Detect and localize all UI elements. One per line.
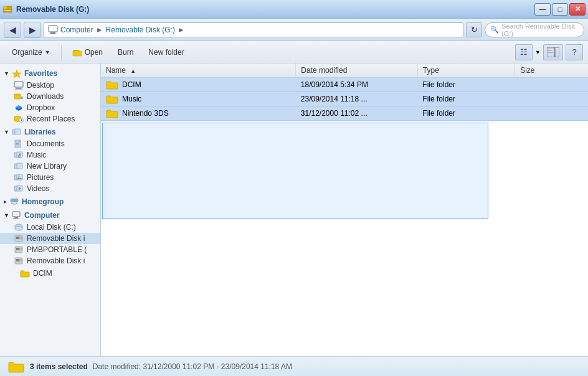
svg-point-49 — [19, 237, 22, 239]
libraries-arrow: ▼ — [4, 129, 9, 135]
svg-rect-27 — [16, 144, 19, 145]
view-button[interactable]: ☷ — [515, 44, 533, 60]
title-bar-text: Removable Disk (G:) — [16, 5, 89, 14]
homegroup-arrow: ▸ — [4, 199, 7, 205]
svg-rect-14 — [16, 88, 21, 89]
col-date[interactable]: Date modified — [296, 63, 418, 78]
recent-places-icon — [14, 115, 24, 123]
sidebar-item-music[interactable]: Music — [0, 149, 100, 161]
status-items-selected: 3 items selected — [30, 362, 88, 371]
pictures-icon — [14, 173, 24, 182]
svg-rect-24 — [15, 129, 21, 134]
documents-icon — [14, 139, 24, 148]
col-name[interactable]: Name ▲ — [101, 63, 296, 78]
sidebar-item-removable1-label: Removable Disk i — [27, 234, 85, 243]
back-button[interactable]: ◀ — [4, 22, 21, 38]
organize-label: Organize — [12, 48, 42, 57]
svg-rect-42 — [12, 212, 20, 217]
status-folder-icon — [7, 359, 25, 374]
help-button[interactable]: ? — [566, 44, 583, 60]
file-list[interactable]: Name ▲ Date modified Type Size — [101, 63, 588, 356]
open-button[interactable]: Open — [65, 44, 110, 61]
window-icon — [2, 4, 12, 14]
sidebar-item-documents[interactable]: Documents — [0, 138, 100, 149]
desktop-icon — [14, 81, 24, 90]
preview-pane-button[interactable] — [543, 44, 563, 60]
view-arrow[interactable]: ▼ — [535, 49, 541, 55]
svg-rect-43 — [14, 217, 18, 219]
table-row[interactable]: Nintendo 3DS 31/12/2000 11:02 ... File f… — [101, 106, 588, 121]
libraries-header[interactable]: ▼ Libraries — [0, 126, 100, 138]
sidebar-item-downloads[interactable]: Downloads — [0, 91, 100, 102]
music-lib-icon — [14, 151, 24, 159]
refresh-button[interactable]: ↻ — [466, 22, 482, 37]
favorites-arrow: ▼ — [4, 70, 9, 77]
favorites-label: Favorites — [24, 69, 57, 78]
libraries-label: Libraries — [24, 128, 56, 136]
file-name-cell: Nintendo 3DS — [101, 106, 296, 121]
col-type[interactable]: Type — [417, 63, 514, 78]
sidebar-item-videos[interactable]: Videos — [0, 183, 100, 194]
minimize-button[interactable]: — — [534, 3, 551, 16]
svg-rect-54 — [16, 259, 19, 261]
sidebar-item-downloads-label: Downloads — [27, 92, 64, 101]
address-path[interactable]: Computer ► Removable Disk (G:) ► — [44, 22, 463, 37]
path-computer: Computer — [60, 26, 93, 34]
maximize-button[interactable]: □ — [552, 3, 568, 16]
homegroup-icon — [9, 197, 19, 206]
sidebar-item-pictures[interactable]: Pictures — [0, 172, 100, 183]
organize-button[interactable]: Organize ▼ — [5, 44, 57, 61]
sidebar-item-pictures-label: Pictures — [27, 173, 54, 182]
status-date-range: Date modified: 31/12/2000 11:02 PM - 23/… — [93, 362, 292, 371]
sidebar-item-desktop-label: Desktop — [27, 81, 54, 90]
dropbox-icon — [14, 103, 24, 112]
svg-rect-9 — [548, 49, 554, 49]
sidebar-item-localc[interactable]: Local Disk (C:) — [0, 222, 100, 233]
sidebar-item-recent[interactable]: Recent Places — [0, 113, 100, 125]
table-row[interactable]: DCIM 18/09/2014 5:34 PM File folder — [101, 78, 588, 92]
sidebar-item-dcim[interactable]: DCIM — [0, 268, 100, 279]
homegroup-header[interactable]: ▸ Homegroup — [0, 195, 100, 208]
computer-header[interactable]: ▼ Computer — [0, 209, 100, 222]
search-box[interactable]: 🔍 Search Removable Disk (G:) — [485, 22, 584, 37]
sidebar-item-pmbportable-label: PMBPORTABLE ( — [27, 245, 87, 254]
toolbar-separator-1 — [61, 45, 62, 60]
homegroup-section: ▸ Homegroup — [0, 195, 100, 208]
sidebar-item-dropbox-label: Dropbox — [27, 103, 55, 112]
sidebar-item-desktop[interactable]: Desktop — [0, 80, 100, 91]
path-disk: Removable Disk (G:) — [106, 26, 175, 34]
forward-button[interactable]: ▶ — [24, 22, 41, 38]
folder-icon-music — [106, 94, 118, 104]
libraries-section: ▼ Libraries Documents — [0, 126, 100, 194]
sidebar-item-dropbox[interactable]: Dropbox — [0, 102, 100, 113]
computer-section: ▼ Computer Local Disk (C:) — [0, 209, 100, 266]
svg-rect-10 — [548, 50, 552, 51]
svg-rect-2 — [4, 10, 11, 11]
sidebar-item-newlibrary[interactable]: New Library — [0, 161, 100, 172]
computer-arrow: ▼ — [4, 212, 9, 219]
burn-label: Burn — [118, 48, 133, 57]
svg-point-46 — [15, 227, 22, 230]
close-button[interactable]: ✕ — [569, 3, 586, 16]
preview-icon — [547, 47, 559, 57]
content-area: Name ▲ Date modified Type Size — [101, 63, 588, 356]
computer-label: Computer — [24, 211, 60, 220]
new-folder-button[interactable]: New folder — [141, 44, 191, 61]
sidebar-item-pmbportable[interactable]: PMBPORTABLE ( — [0, 244, 100, 255]
svg-rect-51 — [16, 248, 19, 250]
computer-sidebar-icon — [12, 211, 22, 220]
sidebar-item-removable1[interactable]: Removable Disk i — [0, 233, 100, 244]
table-row[interactable]: Music 23/09/2014 11:18 ... File folder — [101, 92, 588, 106]
main-area: ▼ Favorites Desktop — [0, 63, 588, 356]
col-size[interactable]: Size — [515, 63, 588, 78]
svg-rect-1 — [3, 6, 7, 9]
favorites-header[interactable]: ▼ Favorites — [0, 67, 100, 80]
new-library-icon — [14, 162, 24, 171]
toolbar-right: ☷ ▼ ? — [515, 44, 583, 60]
svg-point-52 — [19, 248, 22, 250]
svg-rect-48 — [16, 237, 19, 239]
svg-rect-16 — [14, 94, 21, 99]
burn-button[interactable]: Burn — [111, 44, 140, 61]
sidebar-item-removable2[interactable]: Removable Disk i — [0, 255, 100, 266]
removable-disk-icon-2 — [14, 256, 24, 265]
